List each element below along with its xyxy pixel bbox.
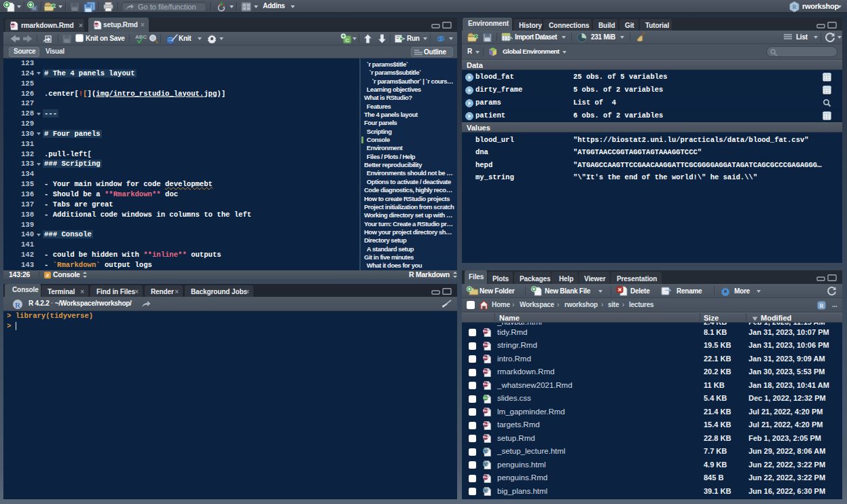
svg-text:md: md <box>11 24 16 28</box>
svg-text:md: md <box>94 24 99 27</box>
svg-text:Rmd: Rmd <box>483 330 488 333</box>
svg-text:C: C <box>345 37 349 43</box>
svg-text:Rmd: Rmd <box>483 344 488 346</box>
svg-text:Rmd: Rmd <box>483 383 488 386</box>
svg-text:R: R <box>819 302 824 309</box>
svg-text:Rmd: Rmd <box>483 370 488 373</box>
svg-text:Rmd: Rmd <box>483 436 488 439</box>
svg-text:Rmd: Rmd <box>483 423 488 426</box>
svg-text:R: R <box>792 3 797 10</box>
svg-text:#: # <box>46 272 50 278</box>
svg-text:css: css <box>484 397 488 399</box>
svg-text:Rmd: Rmd <box>483 410 488 412</box>
svg-text:Rmd: Rmd <box>483 476 488 479</box>
svg-text:Rmd: Rmd <box>483 357 488 359</box>
svg-text:R: R <box>15 301 21 309</box>
